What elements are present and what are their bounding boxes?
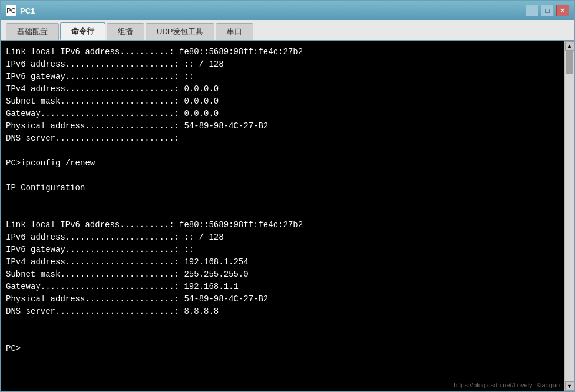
scroll-down-button[interactable]: ▼ — [565, 381, 574, 391]
maximize-button[interactable]: □ — [541, 5, 554, 16]
title-controls: — □ ✕ — [526, 5, 569, 16]
terminal[interactable]: Link local IPv6 address..........: fe80:… — [1, 41, 564, 391]
window-title: PC1 — [20, 6, 35, 15]
main-window: PC PC1 — □ ✕ 基础配置 命令行 组播 UDP发包工具 串口 Link… — [0, 0, 575, 392]
terminal-output: Link local IPv6 address..........: fe80:… — [6, 46, 560, 355]
scrollbar[interactable]: ▲ ▼ — [564, 41, 574, 391]
close-button[interactable]: ✕ — [556, 5, 569, 16]
scrollbar-thumb[interactable] — [566, 51, 573, 74]
minimize-button[interactable]: — — [526, 5, 538, 16]
watermark: https://blog.csdn.net/Lovely_Xiaoguo — [454, 381, 560, 388]
content-area: Link local IPv6 address..........: fe80:… — [1, 41, 574, 391]
tab-multicast[interactable]: 组播 — [107, 23, 144, 40]
tab-serial[interactable]: 串口 — [216, 23, 253, 40]
scrollbar-track[interactable] — [565, 51, 574, 381]
tab-bar: 基础配置 命令行 组播 UDP发包工具 串口 — [1, 20, 574, 41]
window-icon-label: PC — [6, 7, 15, 14]
tab-udp-tool[interactable]: UDP发包工具 — [146, 23, 214, 40]
scroll-up-button[interactable]: ▲ — [565, 41, 574, 51]
window-icon: PC — [6, 5, 16, 16]
title-bar-left: PC PC1 — [6, 5, 35, 16]
tab-basic-config[interactable]: 基础配置 — [6, 23, 59, 40]
tab-command-line[interactable]: 命令行 — [60, 22, 105, 40]
title-bar: PC PC1 — □ ✕ — [1, 1, 574, 20]
